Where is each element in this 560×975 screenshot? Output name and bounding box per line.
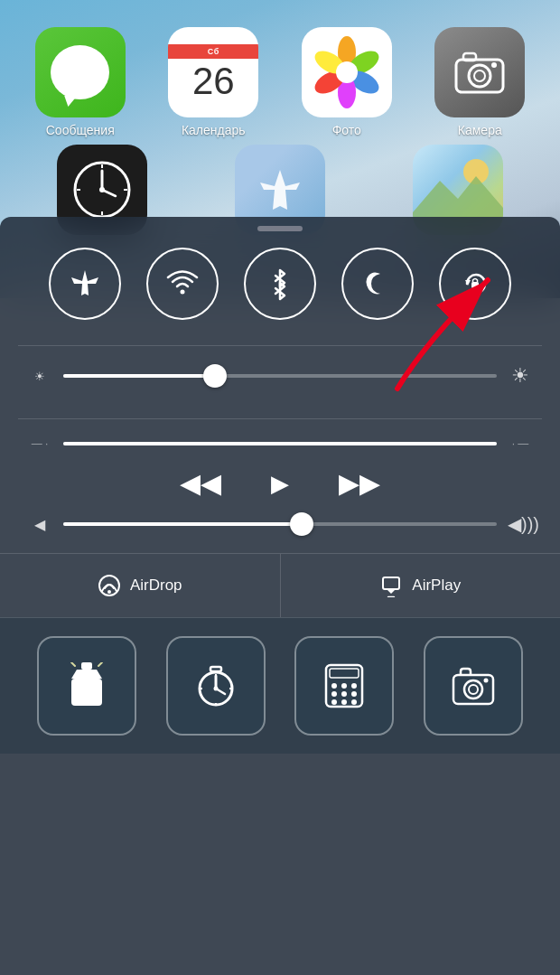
app-icon-messages[interactable]: Сообщения (26, 27, 135, 137)
media-section: — · · — ◀◀ ▶ ▶▶ ◀ ◀))) (0, 437, 560, 553)
svg-rect-26 (471, 282, 479, 288)
svg-point-56 (464, 680, 482, 698)
airdrop-button[interactable]: AirDrop (0, 554, 281, 617)
timer-icon (193, 663, 238, 708)
wifi-icon (165, 267, 200, 301)
volume-fill (63, 522, 302, 526)
toggle-rotation-lock[interactable] (439, 248, 511, 320)
clock-app-icon (70, 158, 134, 221)
media-play-button[interactable]: ▶ (271, 472, 289, 495)
messages-bubble-icon (51, 45, 109, 99)
brightness-high-icon: ☀ (508, 364, 533, 388)
svg-rect-32 (81, 662, 92, 670)
app-label-calendar: Календарь (182, 123, 246, 137)
bottom-toolbar (0, 617, 560, 754)
svg-point-51 (351, 691, 357, 697)
camera-app-icon (454, 51, 505, 94)
calculator-button[interactable] (294, 636, 394, 736)
airdrop-airplay-row: AirDrop AirPlay (0, 553, 560, 617)
volume-slider[interactable] (63, 522, 497, 526)
airdrop-label: AirDrop (130, 577, 182, 595)
calendar-header: Сб (168, 44, 258, 59)
svg-point-12 (491, 62, 497, 68)
media-prev-button[interactable]: ◀◀ (180, 470, 221, 497)
brightness-fill (63, 374, 215, 378)
toggle-wifi[interactable] (146, 248, 219, 320)
svg-point-7 (336, 61, 358, 83)
svg-rect-45 (330, 669, 359, 678)
photos-pinwheel-icon (302, 27, 392, 117)
camera-tool-button[interactable] (424, 636, 523, 736)
volume-high-icon: ◀))) (508, 513, 533, 535)
svg-rect-29 (383, 577, 399, 589)
svg-point-52 (331, 699, 337, 705)
camera-tool-icon (452, 666, 495, 706)
flashlight-icon (68, 662, 106, 709)
app-label-camera: Камера (458, 123, 502, 137)
toggle-airplane[interactable] (49, 248, 121, 320)
brightness-section: ☀ ☀ (0, 364, 560, 418)
control-center: ☀ ☀ — · · — ◀◀ ▶ ▶▶ ◀ (0, 217, 560, 975)
airplay-icon (379, 574, 403, 597)
media-progress-fill (63, 442, 497, 445)
svg-point-58 (483, 679, 488, 683)
brightness-row: ☀ ☀ (27, 364, 533, 388)
svg-point-28 (107, 590, 111, 594)
svg-rect-38 (210, 667, 221, 671)
airplay-label: AirPlay (412, 577, 461, 595)
rotation-lock-icon (458, 267, 492, 301)
svg-point-10 (474, 70, 485, 81)
app-label-messages: Сообщения (46, 123, 115, 137)
volume-thumb[interactable] (290, 512, 313, 536)
svg-point-57 (469, 685, 478, 694)
svg-point-16 (99, 187, 105, 192)
svg-rect-33 (71, 679, 102, 706)
svg-point-49 (331, 691, 337, 697)
svg-point-54 (351, 699, 357, 705)
volume-row: ◀ ◀))) (27, 513, 533, 535)
svg-marker-30 (386, 588, 397, 594)
brightness-low-icon: ☀ (27, 370, 52, 383)
airdrop-icon (98, 574, 121, 597)
moon-icon (360, 267, 395, 301)
svg-point-50 (341, 691, 347, 697)
brightness-slider[interactable] (63, 374, 497, 378)
svg-point-9 (469, 65, 490, 87)
svg-point-46 (331, 683, 337, 689)
app-icon-photos[interactable]: Фото (293, 27, 401, 137)
app-label-photos: Фото (332, 123, 361, 137)
toggle-donotdisturb[interactable] (341, 248, 414, 320)
volume-low-icon: ◀ (27, 516, 52, 533)
timer-button[interactable] (166, 636, 266, 736)
handle-bar[interactable] (257, 226, 303, 231)
calendar-date: 26 (192, 62, 235, 100)
toggle-bluetooth[interactable] (244, 248, 316, 320)
airplay-button[interactable]: AirPlay (281, 554, 561, 617)
svg-point-37 (213, 687, 218, 691)
toggles-row (27, 248, 533, 320)
flashlight-button[interactable] (37, 636, 136, 736)
media-progress-slider[interactable] (63, 442, 497, 445)
divider-1 (18, 345, 542, 346)
svg-point-48 (351, 683, 357, 689)
app-icon-calendar[interactable]: Сб 26 Календарь (159, 27, 267, 137)
airplane-icon (68, 267, 102, 301)
svg-point-47 (341, 683, 347, 689)
svg-point-24 (181, 290, 185, 295)
app-icon-camera[interactable]: Камера (425, 27, 534, 137)
media-controls: ◀◀ ▶ ▶▶ (27, 470, 533, 497)
svg-rect-11 (463, 53, 476, 61)
media-start-icon: — · (27, 437, 52, 450)
media-next-button[interactable]: ▶▶ (339, 470, 380, 497)
calculator-icon (324, 663, 364, 708)
media-end-icon: · — (508, 437, 533, 450)
brightness-thumb[interactable] (203, 364, 227, 388)
svg-point-53 (341, 699, 347, 705)
app-row-1: Сообщения Сб 26 Календарь Фото (0, 0, 560, 146)
media-progress-row: — · · — (27, 437, 533, 450)
bluetooth-icon (263, 267, 297, 301)
flight-app-icon (253, 163, 307, 217)
divider-2 (18, 418, 542, 419)
